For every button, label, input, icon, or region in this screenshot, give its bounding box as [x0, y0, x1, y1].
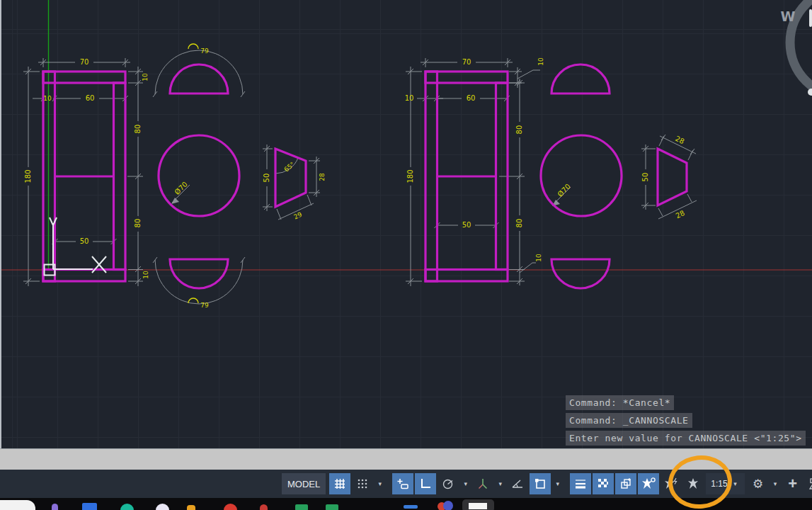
workspace-settings-button[interactable]: ⚙ [748, 473, 769, 494]
snap-tracking-icon [511, 477, 524, 490]
taskbar-app-icon[interactable] [82, 503, 97, 510]
command-prompt-line[interactable]: Enter new value for CANNOSCALE <"1:25"> [566, 431, 806, 446]
dim-label: 50 [641, 173, 649, 182]
taskbar-app-icon[interactable] [52, 504, 58, 510]
dim-label: 180 [406, 169, 414, 183]
chevron-down-icon: ▾ [498, 480, 502, 487]
polar-tracking-icon [442, 477, 454, 490]
object-snap-button[interactable] [530, 473, 551, 494]
model-label: MODEL [287, 479, 320, 489]
taskbar-app-icon[interactable] [224, 504, 237, 510]
taskbar-app-icon[interactable] [443, 501, 453, 510]
annotation-visibility-icon [641, 477, 656, 490]
snap-mode-button[interactable] [352, 473, 373, 494]
command-history-line: Command: _CANNOSCALE [566, 413, 692, 428]
isolate-objects-button[interactable] [805, 473, 812, 494]
isometric-drafting-dropdown[interactable]: ▾ [495, 473, 505, 494]
chevron-down-icon: ▾ [464, 480, 467, 487]
windows-taskbar [0, 498, 812, 510]
ucs-axes [0, 0, 812, 270]
dim-label: 10 [537, 57, 544, 66]
preview-content [469, 503, 487, 509]
grid-display-button[interactable] [329, 473, 350, 494]
taskbar-app-icon[interactable] [326, 504, 338, 510]
polar-tracking-button[interactable] [438, 473, 459, 494]
dim-label: 80 [134, 219, 142, 228]
drawing-canvas[interactable]: 70 10 60 180 10 80 80 10 50 79 79 Ø70 50… [0, 0, 812, 448]
isolate-objects-icon [809, 477, 812, 490]
dim-label: 10 [142, 271, 149, 279]
taskbar-app-icon[interactable] [120, 504, 134, 510]
lineweight-button[interactable] [570, 473, 591, 494]
annotation-scale-selector[interactable]: 1:15 ▾ [706, 473, 744, 494]
ucs-icon [45, 217, 107, 276]
dim-label: 80 [515, 125, 523, 135]
taskbar-preview-thumbnail[interactable] [462, 499, 494, 510]
chevron-down-icon: ▾ [731, 480, 740, 487]
dim-label: 50 [263, 174, 270, 183]
autocad-window: 70 10 60 180 10 80 80 10 50 79 79 Ø70 50… [0, 0, 812, 510]
dim-label: 10 [405, 94, 414, 102]
polar-tracking-dropdown[interactable]: ▾ [460, 473, 471, 494]
dim-label: 70 [80, 58, 89, 66]
object-snap-icon [534, 477, 547, 490]
dim-label: 10 [142, 73, 149, 81]
viewcube[interactable]: W [781, 0, 812, 97]
lineweight-icon [574, 477, 587, 490]
dynamic-input-button[interactable] [392, 473, 413, 494]
arc-length-label: 79 [200, 47, 209, 55]
isometric-axes-icon [476, 477, 489, 490]
model-space-button[interactable]: MODEL [282, 473, 326, 494]
dim-label: 180 [24, 169, 32, 183]
dim-label: 50 [80, 237, 89, 245]
snap-dots-icon [356, 477, 369, 490]
annotation-visibility-button[interactable] [638, 473, 659, 494]
selection-cycling-button[interactable] [615, 473, 636, 494]
dim-label: 70 [462, 58, 471, 66]
diameter-label: Ø70 [556, 182, 571, 198]
annotation-autoscale-icon [664, 477, 678, 490]
dynamic-input-icon [396, 477, 409, 490]
plus-icon: + [788, 475, 797, 493]
gear-icon: ⚙ [753, 477, 763, 492]
annotation-autoscale-button[interactable] [661, 473, 682, 494]
dim-label: 80 [515, 219, 523, 228]
object-snap-dropdown[interactable]: ▾ [552, 473, 563, 494]
horizontal-scrollbar-strip[interactable] [0, 448, 812, 470]
taskbar-app-icon[interactable] [260, 504, 268, 510]
object-snap-tracking-button[interactable] [507, 473, 528, 494]
dim-label: 10 [43, 95, 52, 102]
taskbar-app-icon[interactable] [404, 505, 418, 509]
dim-label: 80 [134, 125, 142, 134]
command-history-line: Command: *Cancel* [566, 395, 674, 410]
ortho-icon [419, 477, 432, 490]
dim-label: 60 [86, 94, 95, 102]
viewcube-pointer [808, 89, 812, 96]
transparency-button[interactable] [593, 473, 614, 494]
annotation-scale-icon [687, 477, 700, 490]
chevron-down-icon: ▾ [378, 480, 382, 487]
dim-label: 50 [462, 221, 471, 229]
workspace-settings-dropdown[interactable]: ▾ [770, 473, 781, 494]
isometric-drafting-button[interactable] [472, 473, 493, 494]
taskbar-start-icon[interactable] [0, 500, 35, 510]
viewport-left-edge [0, 0, 1, 470]
annotation-scale-indicator-button[interactable] [683, 473, 704, 494]
chevron-down-icon: ▾ [556, 480, 559, 487]
transparency-icon [597, 477, 610, 490]
status-bar: MODEL ▾ ▾ ▾ [0, 470, 812, 498]
selection-cycling-icon [619, 477, 632, 490]
taskbar-app-icon[interactable] [156, 504, 169, 510]
grid-icon [333, 477, 346, 490]
customization-button[interactable]: + [782, 473, 804, 494]
chevron-down-icon: ▾ [774, 480, 777, 487]
dim-label: 28 [319, 173, 326, 181]
taskbar-app-icon[interactable] [187, 505, 195, 510]
snap-mode-dropdown[interactable]: ▾ [374, 473, 385, 494]
viewcube-west-label: W [781, 8, 796, 24]
viewcube-cube-sliver [809, 9, 812, 27]
dim-label: 60 [467, 94, 476, 102]
arc-length-label: 79 [200, 302, 209, 309]
ortho-mode-button[interactable] [415, 473, 436, 494]
taskbar-app-icon[interactable] [295, 504, 308, 510]
